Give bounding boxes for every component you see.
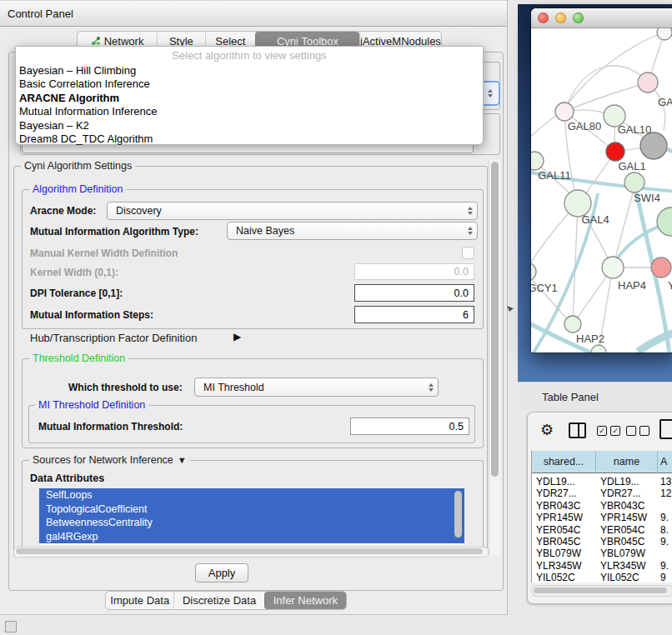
- hub-section-label[interactable]: Hub/Transcription Factor Definition: [30, 332, 197, 344]
- table-cell[interactable]: 9: [660, 572, 666, 582]
- network-canvas[interactable]: GAL GAL80 GAL10 GAL1 GAL11 SWI4 GAL4 GCY…: [531, 28, 672, 352]
- list-item[interactable]: gal4RGexp: [39, 530, 464, 544]
- network-icon: [91, 36, 101, 46]
- which-threshold-combo[interactable]: MI Threshold: [194, 378, 439, 397]
- table-cell[interactable]: YBR045C: [600, 536, 644, 548]
- list-item[interactable]: TopologicalCoefficient: [39, 502, 464, 517]
- algorithm-option[interactable]: Bayesian – Hill Climbing: [18, 63, 469, 77]
- mi-type-label: Mutual Information Algorithm Type:: [30, 226, 198, 238]
- list-item[interactable]: BetweennessCentrality: [39, 516, 464, 530]
- node-hap2: [564, 316, 581, 332]
- screen: Control Panel × Network Style Select Cy: [0, 0, 672, 635]
- node-swi4: [624, 172, 644, 192]
- table-cell[interactable]: YBR045C: [536, 536, 580, 548]
- table-cell[interactable]: YBR043C: [600, 500, 644, 512]
- aracne-mode-combo[interactable]: Discovery: [107, 202, 478, 220]
- table-scrollbar-thumb[interactable]: [534, 588, 667, 593]
- column-header-shared-name[interactable]: shared...: [532, 451, 596, 473]
- table-cell[interactable]: YDL19...: [536, 476, 575, 488]
- node-gal: [638, 72, 658, 92]
- node-table: shared... name A YDL19... YDL19... 13 YD…: [531, 451, 672, 582]
- gear-icon[interactable]: ⚙: [540, 421, 554, 439]
- deselect-all-checkboxes-icon[interactable]: [626, 426, 649, 436]
- table-cell[interactable]: 9.: [660, 512, 669, 523]
- tab-impute-data[interactable]: Impute Data: [106, 592, 173, 609]
- table-cell[interactable]: 13: [660, 476, 671, 488]
- close-traffic-light-icon[interactable]: [538, 12, 549, 23]
- combo-arrows-icon: [468, 207, 473, 215]
- table-cell[interactable]: 12: [660, 488, 671, 499]
- vertical-scrollbar-thumb[interactable]: [491, 162, 499, 477]
- tab-discretize-data[interactable]: Discretize Data: [173, 592, 263, 609]
- node-label: GCY1: [531, 282, 558, 294]
- table-panel-title: Table Panel: [542, 391, 599, 403]
- node-label: SWI4: [634, 192, 660, 204]
- table-cell[interactable]: YDR27...: [600, 488, 641, 499]
- collapse-arrow-right-icon[interactable]: ▶: [233, 331, 241, 342]
- node-hap4: [602, 257, 624, 278]
- control-panel-title: Control Panel: [8, 8, 73, 20]
- horizontal-scrollbar-thumb[interactable]: [16, 548, 483, 554]
- table-cell[interactable]: YBL079W: [536, 548, 581, 559]
- mi-steps-field[interactable]: 6: [354, 306, 474, 323]
- threshold-definition-title: Threshold Definition: [29, 352, 128, 364]
- aracne-mode-label: Aracne Mode:: [30, 205, 96, 217]
- which-threshold-value: MI Threshold: [203, 382, 264, 393]
- node-gray: [640, 132, 667, 159]
- zoom-traffic-light-icon[interactable]: [573, 12, 584, 23]
- table-panel-header: Table Panel: [518, 382, 672, 411]
- algorithm-option[interactable]: Dream8 DC_TDC Algorithm: [18, 132, 469, 146]
- column-header-partial[interactable]: A: [658, 451, 672, 473]
- table-cell[interactable]: YIL052C: [536, 572, 575, 582]
- table-cell[interactable]: YLR345W: [600, 560, 646, 572]
- node: [657, 208, 672, 236]
- list-scrollbar-thumb[interactable]: [454, 491, 462, 538]
- table-cell[interactable]: YPR145W: [600, 512, 647, 523]
- table-scrollbar-track[interactable]: [531, 585, 672, 597]
- algorithm-option-selected[interactable]: ARACNE Algorithm: [18, 91, 469, 104]
- vertical-scrollbar-track[interactable]: [489, 160, 500, 555]
- list-item[interactable]: SelfLoops: [39, 488, 464, 502]
- columns-icon[interactable]: [569, 422, 586, 438]
- network-window-titlebar[interactable]: [531, 8, 672, 28]
- horizontal-scrollbar-track[interactable]: [13, 547, 489, 558]
- table-cell[interactable]: 9.: [660, 536, 669, 548]
- node-label: GAL80: [568, 120, 601, 132]
- algorithm-definition-title: Algorithm Definition: [29, 183, 126, 195]
- table-cell[interactable]: YER054C: [600, 524, 644, 536]
- manual-kernel-label: Manual Kernel Width Definition: [30, 248, 178, 259]
- table-cell[interactable]: YLR345W: [536, 560, 582, 572]
- dpi-tolerance-field[interactable]: 0.0: [354, 284, 474, 302]
- network-view-window: GAL GAL80 GAL10 GAL1 GAL11 SWI4 GAL4 GCY…: [531, 8, 672, 352]
- table-cell[interactable]: 9.: [660, 560, 669, 572]
- sources-title: Sources for Network Inference: [33, 454, 173, 466]
- table-cell[interactable]: YDR27...: [536, 488, 577, 499]
- table-cell[interactable]: YBL079W: [600, 548, 645, 559]
- apply-button[interactable]: Apply: [195, 563, 248, 582]
- column-header-name[interactable]: name: [596, 451, 658, 473]
- kernel-width-field[interactable]: 0.0: [354, 263, 474, 280]
- table-cell[interactable]: YBR043C: [536, 500, 580, 512]
- collapse-arrow-down-icon[interactable]: ▼: [178, 455, 187, 465]
- manual-kernel-checkbox[interactable]: [462, 247, 474, 259]
- dpi-tolerance-label: DPI Tolerance [0,1]:: [30, 288, 123, 299]
- control-panel-titlebar: Control Panel: [0, 0, 507, 27]
- mi-threshold-field[interactable]: 0.5: [350, 418, 469, 435]
- minimize-traffic-light-icon[interactable]: [555, 12, 566, 23]
- tab-infer-network[interactable]: Infer Network: [264, 592, 346, 609]
- algorithm-option[interactable]: Bayesian – K2: [18, 118, 469, 132]
- mi-threshold-definition-title: MI Threshold Definition: [35, 399, 148, 411]
- table-cell[interactable]: 8.: [660, 524, 669, 536]
- select-all-checkboxes-icon[interactable]: ✓✓: [597, 426, 620, 436]
- document-icon[interactable]: [659, 419, 672, 439]
- table-cell[interactable]: YER054C: [536, 524, 580, 536]
- table-cell[interactable]: YIL052C: [600, 572, 639, 582]
- mi-type-combo[interactable]: Naive Bayes: [227, 222, 478, 240]
- table-cell[interactable]: YDL19...: [600, 476, 639, 488]
- panel-grip-icon[interactable]: [5, 621, 17, 632]
- table-cell[interactable]: YPR145W: [536, 512, 583, 523]
- algorithm-option[interactable]: Mutual Information Inference: [18, 105, 469, 118]
- cyni-algorithm-settings-title: Cyni Algorithm Settings: [21, 160, 135, 172]
- kernel-width-label: Kernel Width (0,1):: [30, 267, 118, 278]
- algorithm-option[interactable]: Basic Correlation Inference: [18, 78, 469, 91]
